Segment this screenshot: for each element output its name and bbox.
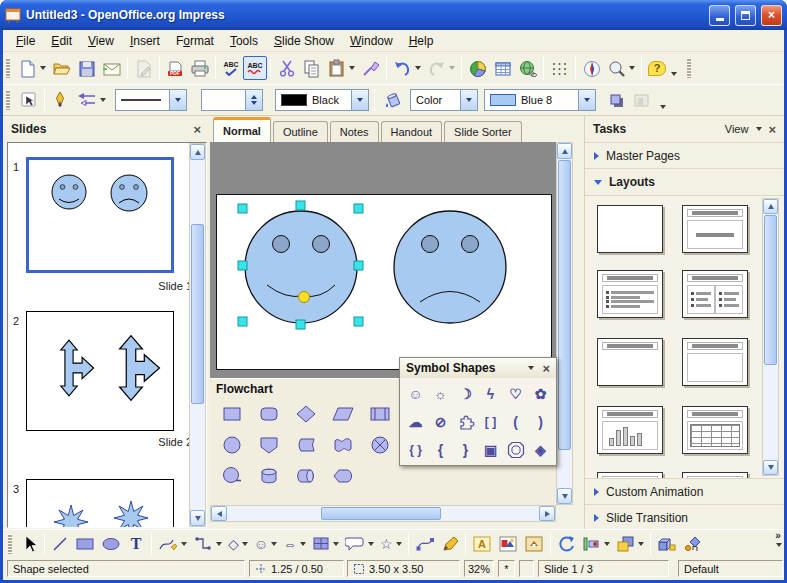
flowchart-data-icon[interactable] — [329, 401, 357, 427]
lightning-icon[interactable]: ϟ — [478, 380, 503, 408]
menu-help[interactable]: Help — [401, 31, 442, 51]
fill-type-select[interactable]: Color — [410, 89, 478, 111]
minimize-button[interactable] — [709, 5, 730, 26]
menu-tools[interactable]: Tools — [222, 31, 266, 51]
undo-button[interactable] — [390, 56, 424, 80]
layout-title-chart[interactable] — [597, 406, 663, 454]
toolbar-options-icon[interactable] — [671, 72, 677, 76]
scroll-down-button[interactable] — [190, 510, 205, 526]
section-layouts[interactable]: Layouts — [585, 169, 784, 196]
fontwork-button[interactable]: A — [469, 532, 495, 556]
glue-points-button[interactable] — [438, 532, 462, 556]
scroll-up-button[interactable] — [763, 199, 778, 214]
flowchart-display-icon[interactable] — [329, 463, 357, 489]
dropdown-icon[interactable] — [756, 127, 762, 131]
slide-thumbnail-3[interactable] — [26, 479, 174, 528]
canvas-vertical-scrollbar[interactable] — [556, 142, 573, 505]
combo-arrow[interactable] — [351, 90, 368, 110]
modified-flag-field[interactable]: * — [498, 560, 515, 577]
scroll-left-button[interactable] — [211, 506, 227, 521]
layout-blank[interactable] — [597, 205, 663, 253]
octagon-bevel-icon[interactable] — [503, 436, 528, 464]
print-button[interactable] — [187, 56, 212, 80]
layout-title-bullets[interactable] — [597, 270, 663, 318]
menu-window[interactable]: Window — [342, 31, 401, 51]
smiley-shape[interactable] — [245, 211, 357, 323]
flower-icon[interactable]: ✿ — [528, 380, 553, 408]
puzzle-icon[interactable] — [453, 408, 478, 436]
block-arrows-button[interactable]: ⇔ — [280, 532, 309, 556]
layout-title-two-content[interactable] — [682, 270, 748, 318]
tab-normal[interactable]: Normal — [213, 117, 271, 142]
slides-scrollbar[interactable] — [189, 143, 206, 527]
layout-title-frame[interactable] — [682, 338, 748, 386]
flowchart-paper-tape-icon[interactable] — [329, 432, 357, 458]
basic-shapes-button[interactable]: ◇ — [225, 532, 251, 556]
menu-insert[interactable]: Insert — [122, 31, 168, 51]
flowchart-alternate-process-icon[interactable] — [255, 401, 283, 427]
title-bar[interactable]: Untitled3 - OpenOffice.org Impress × — [0, 0, 787, 30]
line-width-spinner[interactable] — [201, 89, 263, 111]
right-brace-icon[interactable]: } — [453, 436, 478, 464]
flowchart-or-icon[interactable] — [366, 432, 394, 458]
left-brace-icon[interactable]: { — [428, 436, 453, 464]
curve-tool-button[interactable] — [155, 532, 190, 556]
scroll-thumb[interactable] — [764, 215, 777, 365]
layout-title-content[interactable] — [682, 205, 748, 253]
flowchart-sequential-access-icon[interactable] — [218, 463, 246, 489]
toolbar-options-icon[interactable] — [660, 105, 666, 109]
adjust-handle[interactable] — [299, 292, 310, 303]
edit-points-button[interactable] — [412, 532, 438, 556]
slide-thumbnail-1[interactable] — [26, 157, 174, 273]
email-button[interactable] — [99, 56, 124, 80]
moon-icon[interactable]: ☽ — [453, 380, 478, 408]
section-custom-animation[interactable]: Custom Animation — [585, 478, 784, 505]
close-icon[interactable]: × — [193, 123, 201, 136]
insert-image-button[interactable] — [495, 532, 521, 556]
maximize-button[interactable] — [735, 5, 756, 26]
insert-chart-button[interactable] — [465, 56, 490, 80]
scroll-down-button[interactable] — [763, 460, 778, 475]
help-button[interactable]: ? — [645, 56, 669, 80]
scroll-thumb[interactable] — [191, 224, 204, 404]
tab-notes[interactable]: Notes — [330, 121, 379, 142]
new-document-button[interactable] — [15, 56, 49, 80]
stars-button[interactable]: ☆ — [377, 532, 405, 556]
line-tool-button[interactable] — [48, 88, 72, 112]
menu-format[interactable]: Format — [168, 31, 222, 51]
edit-file-button[interactable] — [131, 56, 156, 80]
scroll-thumb[interactable] — [321, 507, 441, 520]
right-bracket-icon[interactable]: ) — [528, 408, 553, 436]
flowchart-offpage-connector-icon[interactable] — [255, 432, 283, 458]
close-icon[interactable]: × — [768, 123, 776, 136]
close-icon[interactable]: × — [542, 362, 550, 375]
line-draw-button[interactable] — [48, 532, 72, 556]
fill-color-select[interactable]: Blue 8 — [484, 89, 596, 111]
3d-effects-button[interactable] — [629, 88, 654, 112]
combo-arrow[interactable] — [578, 90, 595, 110]
combo-arrow[interactable] — [460, 90, 477, 110]
close-button[interactable]: × — [761, 5, 782, 26]
copy-button[interactable] — [299, 56, 324, 80]
flowchart-connector-icon[interactable] — [218, 432, 246, 458]
edit-points-mode-button[interactable] — [15, 88, 41, 112]
insert-table-button[interactable] — [490, 56, 515, 80]
toolbar-grip[interactable] — [687, 58, 691, 78]
square-bevel-icon[interactable]: ▣ — [478, 436, 503, 464]
cursor-position-field[interactable]: 1.25 / 0.50 — [249, 560, 344, 577]
autospellcheck-button[interactable]: ABC — [243, 56, 267, 80]
scroll-down-button[interactable] — [557, 488, 572, 504]
toolbar-more-column[interactable]: » — [774, 531, 782, 547]
scroll-up-button[interactable] — [190, 144, 205, 160]
menu-edit[interactable]: Edit — [43, 31, 80, 51]
dropdown-icon[interactable] — [528, 366, 534, 370]
double-brace-icon[interactable]: { } — [403, 436, 428, 464]
export-pdf-button[interactable]: PDF — [163, 56, 187, 80]
diamond-bevel-icon[interactable]: ◈ — [528, 436, 553, 464]
layouts-scrollbar[interactable] — [762, 198, 779, 476]
line-color-select[interactable]: Black — [275, 89, 369, 111]
sun-icon[interactable]: ☼ — [428, 380, 453, 408]
arrow-style-button[interactable] — [72, 88, 109, 112]
interaction-button[interactable] — [680, 532, 706, 556]
flowchart-stored-data-icon[interactable] — [292, 432, 320, 458]
